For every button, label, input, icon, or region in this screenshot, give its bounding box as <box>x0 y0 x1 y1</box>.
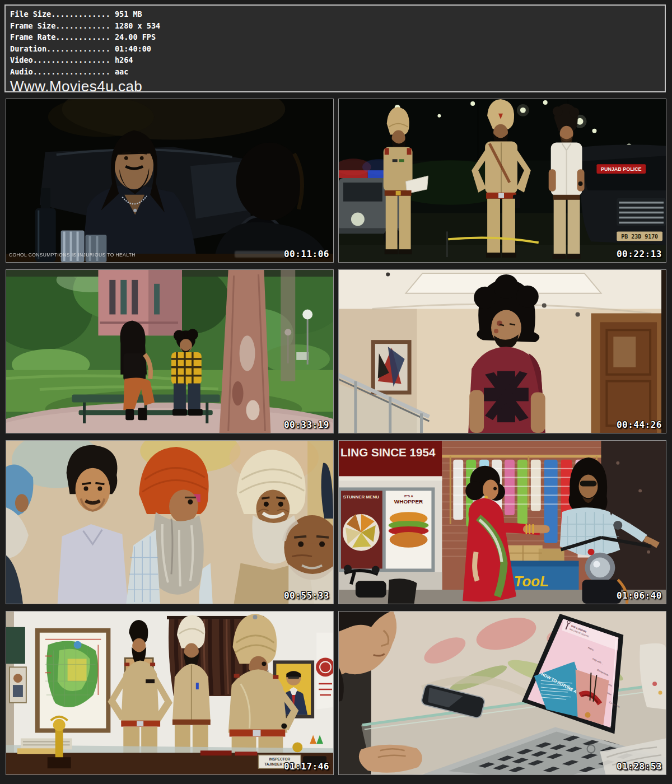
scene-staircase-man-photo <box>339 270 666 433</box>
timestamp-6: 01:06:40 <box>617 590 662 601</box>
burger-king-storefront: LING SINCE 1954 STUNNER MENU IT'S A WHOP… <box>339 441 442 604</box>
media-info-panel: File Size............. 951 MB Frame Size… <box>4 4 666 92</box>
whopper-ad-small: IT'S A <box>404 494 413 498</box>
store-sign-text: LING SINCE 1954 <box>340 446 435 459</box>
scene-laptop-photo: THE LONDON WELLNESS CENTRE Home Help wit… <box>339 612 666 774</box>
timestamp-4: 00:44:26 <box>617 419 662 430</box>
timestamp-2: 00:22:13 <box>617 249 662 259</box>
license-plate: PB 23D 9170 <box>621 234 658 240</box>
cart-text: TooL <box>514 573 549 589</box>
whopper-ad-big: WHOPPER <box>394 498 423 505</box>
info-row-framesize: Frame Size............ 1280 x 534 <box>10 20 665 32</box>
screenshot-cell-4: 00:44:26 <box>338 269 666 433</box>
timestamp-8: 01:28:53 <box>617 761 662 772</box>
timestamp-5: 00:55:33 <box>284 590 329 601</box>
punjab-police-suv: PUNJAB POLICE PB 23D 9170 <box>573 144 666 245</box>
wall-map <box>35 628 111 733</box>
scene-park-bench-photo <box>6 270 333 433</box>
green-board <box>6 627 25 664</box>
timestamp-3: 00:33:19 <box>284 419 329 430</box>
screenshot-cell-5: 00:55:33 <box>6 440 334 604</box>
scene-market-photo: LING SINCE 1954 STUNNER MENU IT'S A WHOP… <box>339 441 666 604</box>
scene-night-drinks-photo <box>6 99 333 262</box>
health-warning-caption: COHOL CONSUMPTIONS IS INJURIOUS TO HEALT… <box>9 252 136 258</box>
scene-police-night-photo: PUNJAB POLICE PB 23D 9170 <box>339 99 666 262</box>
timestamp-1: 00:11:06 <box>284 249 329 259</box>
scene-police-office-photo: INSPECTOR TAJINDER SINGH <box>6 612 333 774</box>
scene-crowd-photo <box>6 441 333 604</box>
screenshot-cell-7: INSPECTOR TAJINDER SINGH 01:17:46 <box>6 611 334 775</box>
tree-trunk <box>220 270 271 433</box>
stunner-menu-ad: STUNNER MENU <box>343 494 379 500</box>
screenshot-cell-6: LING SINCE 1954 STUNNER MENU IT'S A WHOP… <box>338 440 666 604</box>
screenshot-cell-2: PUNJAB POLICE PB 23D 9170 <box>338 99 666 263</box>
info-row-filesize: File Size............. 951 MB <box>10 8 665 20</box>
union-jack-print <box>484 371 529 422</box>
wall-painting <box>371 340 412 394</box>
info-row-duration: Duration.............. 01:40:00 <box>10 43 665 55</box>
white-banner-logo <box>316 633 333 710</box>
info-row-framerate: Frame Rate............ 24.00 FPS <box>10 31 665 43</box>
punjab-police-sign: PUNJAB POLICE <box>601 166 642 172</box>
screenshot-cell-3: 00:33:19 <box>6 269 334 433</box>
screenshot-cell-1: COHOL CONSUMPTIONS IS INJURIOUS TO HEALT… <box>6 99 334 263</box>
info-row-audio: Audio................. aac <box>10 66 665 78</box>
site-watermark: Www.Movies4u.cab <box>10 78 665 95</box>
screenshot-grid: COHOL CONSUMPTIONS IS INJURIOUS TO HEALT… <box>6 99 666 775</box>
subtitle-blur <box>235 251 288 258</box>
screenshot-cell-8: THE LONDON WELLNESS CENTRE Home Help wit… <box>338 611 666 775</box>
timestamp-7: 01:17:46 <box>284 761 329 772</box>
info-row-video: Video................. h264 <box>10 54 665 66</box>
